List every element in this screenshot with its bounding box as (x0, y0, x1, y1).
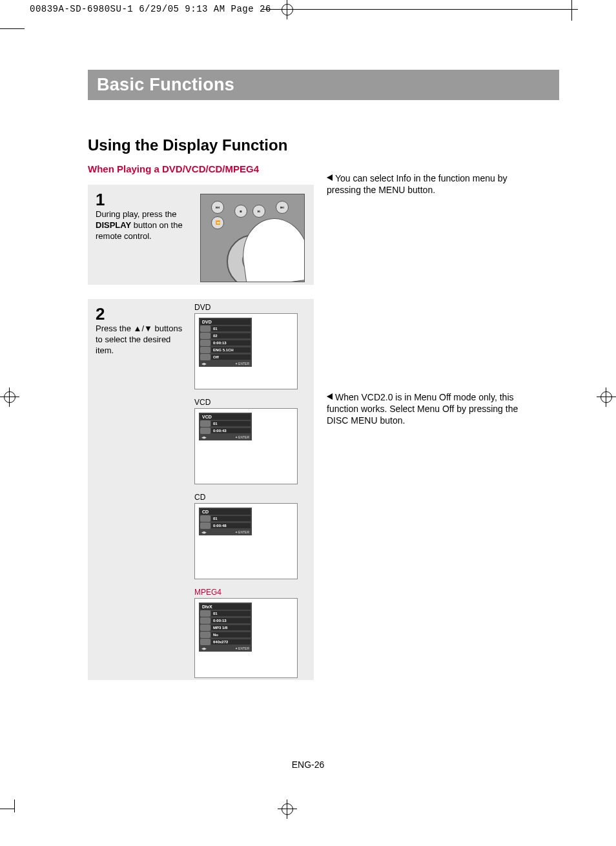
registration-mark-icon (597, 387, 616, 407)
text: During play, press the (96, 209, 177, 219)
stop-icon: ■ (234, 205, 247, 218)
section-heading: Using the Display Function (88, 136, 559, 154)
osd-nav-hint: ◀▶ (201, 362, 207, 366)
arrow-left-icon (327, 393, 333, 400)
osd-value: 0:00:43 (211, 428, 251, 433)
disc-title-icon (200, 325, 210, 332)
page-number: ENG-26 (0, 759, 616, 770)
disc-chapter-icon (200, 333, 210, 339)
audio-icon (200, 624, 210, 631)
note-text: You can select Info in the function menu… (327, 173, 507, 195)
prepress-header: 00839A-SD-6980SU-1 6/29/05 9:13 AM Page … (30, 4, 271, 14)
skip-fwd-icon: ⏭ (276, 201, 289, 214)
osd-dvd: DVD DVD 01 02 0:00:13 ENG 5.1CH Off ◀▶✦ … (194, 303, 298, 389)
crop-line (0, 28, 25, 29)
osd-label: MPEG4 (194, 588, 298, 597)
step-block-1: 1 During play, press the DISPLAY button … (88, 185, 314, 285)
osd-mpeg4: MPEG4 DivX 01 0:00:13 MP3 1/8 No 640x272… (194, 588, 298, 678)
chapter-banner: Basic Functions (88, 70, 559, 100)
page-content: Basic Functions Using the Display Functi… (88, 70, 559, 694)
osd-value: 640x272 (211, 639, 251, 645)
rewind-icon: ⏪ (211, 216, 224, 229)
osd-cd: CD CD 01 0:00:48 ◀▶✦ ENTER (194, 493, 298, 579)
hand-illustration (238, 214, 305, 282)
osd-label: CD (194, 493, 298, 502)
osd-value: 0:00:13 (211, 340, 251, 346)
clock-icon (200, 617, 210, 624)
osd-title: DivX (200, 604, 251, 610)
osd-title: DVD (200, 319, 251, 325)
clock-icon (200, 428, 210, 434)
osd-label: VCD (194, 398, 298, 407)
side-note: When VCD2.0 is in Menu Off mode only, th… (327, 391, 540, 427)
skip-back-icon: ⏮ (211, 201, 224, 214)
crop-line (262, 9, 578, 10)
disc-track-icon (200, 515, 210, 522)
registration-mark-icon (0, 387, 19, 407)
osd-value: 01 (211, 516, 251, 521)
osd-enter-hint: ✦ ENTER (235, 362, 249, 366)
disc-track-icon (200, 420, 210, 427)
registration-mark-icon (278, 0, 297, 19)
osd-title: VCD (200, 414, 251, 420)
osd-title: CD (200, 509, 251, 515)
osd-nav-hint: ◀▶ (201, 435, 207, 439)
subtitle-icon (200, 632, 210, 638)
osd-enter-hint: ✦ ENTER (235, 435, 249, 439)
audio-icon (200, 347, 210, 353)
note-text: When VCD2.0 is in Menu Off mode only, th… (327, 392, 518, 426)
step-text: Press the ▲/▼ buttons to select the desi… (96, 324, 186, 356)
disc-title-icon (200, 610, 210, 617)
osd-value: 0:00:48 (211, 523, 251, 528)
osd-enter-hint: ✦ ENTER (235, 530, 249, 534)
remote-illustration: ⏮ ■ ⏯ ⏭ ⏪ ENTER (200, 194, 305, 282)
osd-value: 01 (211, 611, 251, 616)
registration-mark-icon (278, 800, 297, 819)
osd-value: 0:00:13 (211, 618, 251, 623)
osd-vcd: VCD VCD 01 0:00:43 ◀▶✦ ENTER (194, 398, 298, 484)
size-icon (200, 639, 210, 645)
osd-label: DVD (194, 303, 298, 312)
side-note: You can select Info in the function menu… (327, 172, 540, 196)
play-pause-icon: ⏯ (252, 205, 265, 218)
osd-nav-hint: ◀▶ (201, 530, 207, 534)
text-bold: DISPLAY (96, 220, 131, 230)
osd-value: 01 (211, 326, 251, 331)
osd-nav-hint: ◀▶ (201, 646, 207, 650)
osd-value: 01 (211, 421, 251, 426)
clock-icon (200, 340, 210, 346)
crop-line (571, 0, 572, 21)
clock-icon (200, 522, 210, 529)
osd-value: No (211, 632, 251, 637)
step-block-2: 2 Press the ▲/▼ buttons to select the de… (88, 299, 314, 680)
osd-enter-hint: ✦ ENTER (235, 646, 249, 650)
osd-value: 02 (211, 333, 251, 338)
osd-value: Off (211, 355, 251, 360)
step-text: During play, press the DISPLAY button on… (96, 209, 186, 242)
osd-value: ENG 5.1CH (211, 347, 251, 353)
crop-mark-icon (0, 800, 18, 819)
arrow-left-icon (327, 174, 333, 181)
osd-value: MP3 1/8 (211, 625, 251, 630)
subtitle-icon (200, 354, 210, 360)
